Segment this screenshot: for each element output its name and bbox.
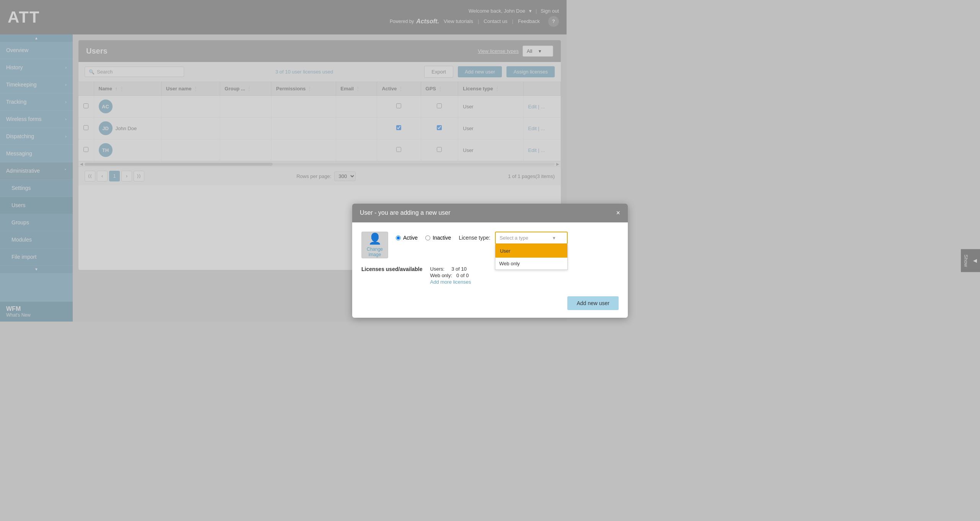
modal-header: User - you are adding a new user × — [352, 204, 567, 222]
active-radio[interactable] — [396, 235, 401, 240]
license-option-user[interactable]: User — [495, 244, 567, 258]
change-image-box[interactable]: 👤 Changeimage — [361, 232, 388, 258]
inactive-radio-label[interactable]: Inactive — [425, 235, 451, 241]
modal-body: 👤 Changeimage Active Inactive — [352, 222, 567, 292]
users-license-line: Users: 3 of 10 — [430, 266, 471, 272]
active-radio-label[interactable]: Active — [396, 235, 418, 241]
web-only-license-line: Web only: 0 of 0 — [430, 273, 471, 278]
inactive-label: Inactive — [433, 235, 451, 241]
licenses-details: Users: 3 of 10 Web only: 0 of 0 Add more… — [430, 266, 471, 286]
user-avatar-icon: 👤 — [368, 232, 382, 245]
modal-overlay: User - you are adding a new user × 👤 Cha… — [0, 0, 567, 322]
licenses-used-label: Licenses used/available — [361, 266, 423, 272]
select-arrow-icon: ▾ — [553, 235, 555, 241]
license-type-row: License type: Select a type ▾ User Web o… — [459, 232, 567, 244]
add-more-licenses-link[interactable]: Add more licenses — [430, 279, 471, 285]
add-user-modal: User - you are adding a new user × 👤 Cha… — [352, 204, 567, 318]
license-type-select-wrapper: Select a type ▾ User Web only — [495, 232, 567, 244]
status-radio-group: Active Inactive License type: Select a t… — [396, 232, 567, 244]
form-options: Active Inactive License type: Select a t… — [396, 232, 567, 244]
license-select-placeholder: Select a type — [500, 235, 528, 241]
license-type-label: License type: — [459, 235, 490, 241]
modal-title: User - you are adding a new user — [360, 209, 451, 216]
change-image-link[interactable]: Changeimage — [367, 247, 383, 257]
modal-footer: Add new user — [352, 292, 567, 318]
license-dropdown-menu: User Web only — [495, 244, 567, 270]
inactive-radio[interactable] — [425, 235, 430, 240]
modal-form-row: 👤 Changeimage Active Inactive — [361, 232, 567, 258]
license-type-select-box[interactable]: Select a type ▾ — [495, 232, 567, 244]
active-label: Active — [403, 235, 418, 241]
license-option-web-only[interactable]: Web only — [495, 258, 567, 269]
